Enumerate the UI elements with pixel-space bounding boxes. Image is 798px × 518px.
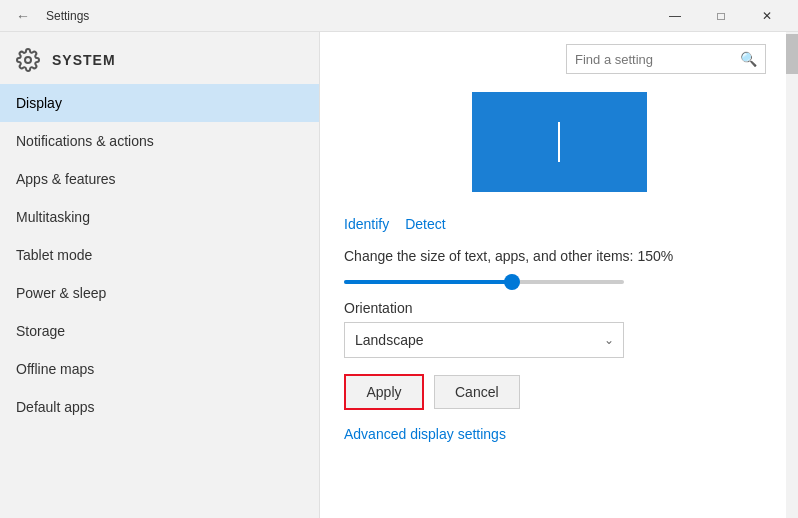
search-icon: 🔍 <box>740 51 757 67</box>
system-label: SYSTEM <box>52 52 116 68</box>
monitor-display <box>472 92 647 192</box>
title-bar-controls: — □ ✕ <box>652 0 790 32</box>
slider-thumb[interactable] <box>504 274 520 290</box>
sidebar-item-multitasking[interactable]: Multitasking <box>0 198 319 236</box>
monitor-area <box>344 92 774 200</box>
back-button[interactable]: ← <box>8 1 38 31</box>
title-bar-left: ← Settings <box>8 1 89 31</box>
maximize-button[interactable]: □ <box>698 0 744 32</box>
gear-icon <box>16 48 40 72</box>
title-bar: ← Settings — □ ✕ <box>0 0 798 32</box>
slider-container <box>344 280 774 284</box>
buttons-row: Apply Cancel <box>344 374 774 410</box>
slider-fill <box>344 280 512 284</box>
links-row: Identify Detect <box>344 216 774 232</box>
window-title: Settings <box>46 9 89 23</box>
sidebar-item-power-sleep[interactable]: Power & sleep <box>0 274 319 312</box>
content-body: Identify Detect Change the size of text,… <box>320 80 798 466</box>
orientation-label: Orientation <box>344 300 774 316</box>
scrollbar[interactable] <box>786 32 798 518</box>
sidebar-header: SYSTEM <box>0 32 319 84</box>
sidebar-item-default-apps[interactable]: Default apps <box>0 388 319 426</box>
select-wrapper: Landscape Portrait Landscape (flipped) P… <box>344 322 624 358</box>
content-area: 🔍 Identify Detect Change the size of tex… <box>320 32 798 518</box>
sidebar-item-display[interactable]: Display <box>0 84 319 122</box>
sidebar-item-apps-features[interactable]: Apps & features <box>0 160 319 198</box>
slider-track[interactable] <box>344 280 624 284</box>
cancel-button[interactable]: Cancel <box>434 375 520 409</box>
sidebar-item-offline-maps[interactable]: Offline maps <box>0 350 319 388</box>
scale-label: Change the size of text, apps, and other… <box>344 248 774 264</box>
app-container: SYSTEM Display Notifications & actions A… <box>0 32 798 518</box>
minimize-button[interactable]: — <box>652 0 698 32</box>
sidebar-item-storage[interactable]: Storage <box>0 312 319 350</box>
search-input[interactable] <box>575 52 740 67</box>
sidebar-item-tablet-mode[interactable]: Tablet mode <box>0 236 319 274</box>
search-wrapper[interactable]: 🔍 <box>566 44 766 74</box>
apply-button[interactable]: Apply <box>344 374 424 410</box>
header-search: 🔍 <box>320 32 798 82</box>
sidebar: SYSTEM Display Notifications & actions A… <box>0 32 320 518</box>
monitor-cursor <box>558 122 560 162</box>
sidebar-item-notifications[interactable]: Notifications & actions <box>0 122 319 160</box>
identify-link[interactable]: Identify <box>344 216 389 232</box>
orientation-section: Orientation Landscape Portrait Landscape… <box>344 300 774 358</box>
scrollbar-thumb[interactable] <box>786 34 798 74</box>
close-button[interactable]: ✕ <box>744 0 790 32</box>
advanced-display-link[interactable]: Advanced display settings <box>344 426 774 442</box>
svg-point-0 <box>25 57 31 63</box>
detect-link[interactable]: Detect <box>405 216 445 232</box>
orientation-select[interactable]: Landscape Portrait Landscape (flipped) P… <box>344 322 624 358</box>
